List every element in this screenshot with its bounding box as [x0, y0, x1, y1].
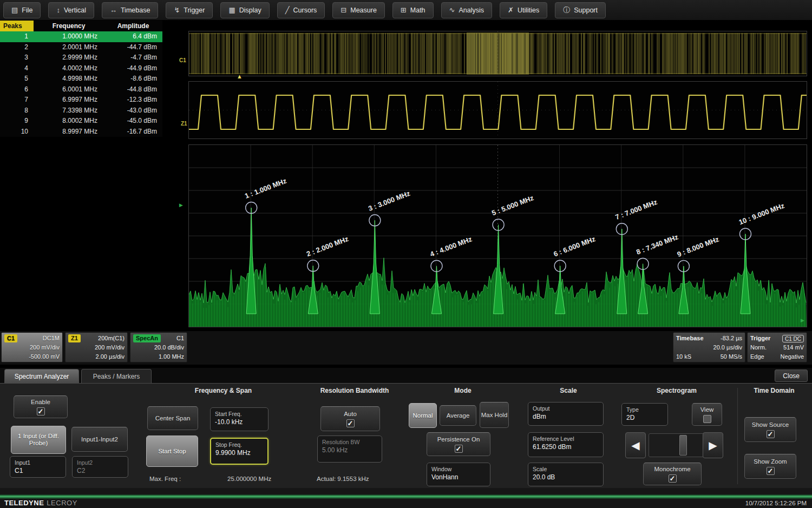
peak-marker-label-5: 5 : 5.000 MHz: [490, 194, 535, 217]
one-input-button[interactable]: 1 Input (or Diff. Probe): [11, 426, 66, 454]
input2-field[interactable]: Input2 C2: [72, 456, 128, 478]
peaks-table-row-5[interactable]: 54.9998 MHz-8.6 dBm: [0, 74, 162, 84]
scale-field[interactable]: Scale 20.0 dB: [528, 463, 604, 486]
window-field[interactable]: Window VonHann: [427, 463, 490, 486]
amplitude-header-cell: Amplitude: [104, 21, 162, 31]
show-zoom-checkbox[interactable]: ✓: [767, 467, 775, 475]
spectrogram-view-checkbox[interactable]: [703, 415, 711, 423]
show-source-button[interactable]: Show Source ✓: [744, 417, 796, 442]
section-divider: [737, 388, 738, 484]
menu-button-support[interactable]: ⓘSupport: [555, 2, 606, 18]
menu-label: Analysis: [459, 6, 484, 14]
analysis-icon: ∿: [449, 6, 455, 14]
menu-button-trigger[interactable]: ↯Trigger: [166, 2, 213, 18]
reference-level-field[interactable]: Reference Level 61.6250 dBm: [528, 432, 604, 457]
c1-descriptor[interactable]: C1DC1M 200 mV/div -500.00 mV: [1, 332, 63, 362]
close-button[interactable]: Close: [775, 370, 808, 382]
input1-field[interactable]: Input1 C1: [10, 456, 66, 478]
cell-num: 4: [0, 63, 34, 74]
show-zoom-button[interactable]: Show Zoom ✓: [744, 454, 796, 479]
spectrogram-type-label: Type: [626, 406, 663, 413]
arrow-right-icon: ▶: [709, 439, 717, 452]
cell-frequency: 2.0001 MHz: [34, 42, 104, 53]
peaks-table-row-4[interactable]: 44.0002 MHz-44.9 dBm: [0, 63, 162, 74]
trigger-type: Edge: [750, 352, 764, 361]
output-label: Output: [533, 405, 599, 412]
cell-num: 8: [0, 105, 34, 116]
stop-freq-field[interactable]: Stop Freq. 9.9900 MHz: [210, 438, 269, 465]
peaks-table-row-1[interactable]: 11.0000 MHz6.4 dBm: [0, 31, 162, 42]
enable-checkbox[interactable]: ✓: [37, 407, 45, 415]
cell-amplitude: -44.8 dBm: [104, 84, 162, 95]
spectrogram-scroll-left-button[interactable]: ◀: [625, 432, 646, 458]
rbw-auto-checkbox[interactable]: ✓: [346, 419, 355, 427]
trigger-title: Trigger: [750, 334, 770, 343]
peaks-table-row-2[interactable]: 22.0001 MHz-44.7 dBm: [0, 42, 162, 53]
peaks-table-row-3[interactable]: 32.9999 MHz-4.7 dBm: [0, 52, 162, 63]
output-field[interactable]: Output dBm: [528, 402, 604, 426]
center-span-button[interactable]: Center Span: [147, 406, 198, 430]
mode-max-hold-button[interactable]: Max Hold: [480, 402, 509, 428]
c1-waveform-strip[interactable]: [188, 31, 807, 76]
menu-button-utilities[interactable]: ✗Utilities: [500, 2, 547, 18]
menu-label: Math: [410, 6, 425, 14]
spectrogram-view-button[interactable]: View: [692, 403, 722, 426]
peaks-table-header: Peaks Frequency Amplitude: [0, 21, 162, 31]
spectrum-plot[interactable]: 1 : 1.000 MHz2 : 2.000 MHz3 : 3.000 MHz4…: [188, 144, 807, 327]
resolution-bw-field[interactable]: Resolution BW 5.00 kHz: [317, 436, 382, 463]
start-freq-field[interactable]: Start Freq. -10.0 kHz: [210, 407, 269, 431]
z1-descriptor[interactable]: Z1200m(C1) 200 mV/div 2.00 µs/div: [65, 332, 128, 362]
cell-num: 7: [0, 95, 34, 105]
trigger-source-badge: C1 DC: [782, 335, 804, 342]
zoom-position-marker-icon[interactable]: ▲: [237, 73, 243, 80]
menu-button-timebase[interactable]: ↔Timebase: [102, 2, 158, 18]
cell-frequency: 1.0000 MHz: [34, 31, 104, 42]
peak-marker-label-1: 1 : 1.000 MHz: [244, 176, 288, 200]
mode-normal-button[interactable]: Normal: [409, 403, 437, 428]
mode-average-button[interactable]: Average: [440, 405, 476, 426]
start-freq-label: Start Freq.: [215, 410, 264, 418]
menu-button-file[interactable]: ▤File: [3, 2, 41, 18]
output-value: dBm: [533, 412, 599, 421]
spectrogram-scroll-right-button[interactable]: ▶: [703, 432, 723, 458]
rbw-auto-button[interactable]: Auto ✓: [320, 406, 380, 431]
show-source-checkbox[interactable]: ✓: [767, 430, 775, 438]
spectrogram-slider-thumb[interactable]: [679, 435, 687, 456]
peak-marker-label-7: 7 : 7.000 MHz: [614, 198, 658, 221]
brand-secondary: LECROY: [47, 499, 77, 507]
timebase-descriptor[interactable]: Timebase-83.2 µs 20.0 µs/div 10 kS50 MS/…: [673, 332, 745, 362]
peaks-table-row-10[interactable]: 108.9997 MHz-16.7 dBm: [0, 127, 162, 137]
menu-button-vertical[interactable]: ↕Vertical: [48, 2, 94, 18]
rbw-actual-label: Actual: 9.1553 kHz: [317, 476, 369, 482]
specan-descriptor[interactable]: SpecAnC1 20.0 dB/div 1.00 MHz: [130, 332, 187, 362]
z1-zoom-strip[interactable]: [188, 81, 807, 139]
menu-button-measure[interactable]: ⊟Measure: [332, 2, 385, 18]
peaks-table-row-9[interactable]: 98.0002 MHz-45.0 dBm: [0, 116, 162, 127]
persistence-checkbox[interactable]: ✓: [455, 445, 463, 453]
menu-button-math[interactable]: ⊞Math: [392, 2, 434, 18]
peak-marker-label-4: 4 : 4.000 MHz: [429, 235, 473, 258]
peaks-table-row-6[interactable]: 66.0001 MHz-44.8 dBm: [0, 84, 162, 95]
persistence-on-button[interactable]: Persistence On ✓: [427, 432, 490, 456]
menu-button-display[interactable]: ▦Display: [220, 2, 269, 18]
cell-frequency: 8.0002 MHz: [34, 116, 104, 127]
utilities-icon: ✗: [508, 6, 514, 14]
start-stop-button[interactable]: Start Stop: [146, 436, 198, 467]
cursors-icon: ╱: [285, 6, 290, 14]
trigger-descriptor[interactable]: TriggerC1 DC Norm.514 mV EdgeNegative: [747, 332, 807, 362]
menu-button-analysis[interactable]: ∿Analysis: [441, 2, 492, 18]
trigger-level: 514 mV: [783, 343, 804, 352]
monochrome-checkbox[interactable]: ✓: [669, 474, 677, 483]
tab-spectrum-analyzer[interactable]: Spectrum Analyzer: [4, 369, 79, 383]
menu-bar: ▤File↕Vertical↔Timebase↯Trigger▦Display╱…: [0, 0, 812, 21]
resolution-bandwidth-title: Resolution Bandwidth: [306, 387, 403, 394]
input1-minus-input2-button[interactable]: Input1-Input2: [71, 427, 128, 452]
cell-frequency: 8.9997 MHz: [34, 127, 104, 137]
spectrogram-type-field[interactable]: Type 2D: [621, 403, 668, 426]
enable-button[interactable]: Enable ✓: [14, 395, 68, 418]
peaks-table-row-7[interactable]: 76.9997 MHz-12.3 dBm: [0, 95, 162, 105]
menu-button-cursors[interactable]: ╱Cursors: [277, 2, 325, 18]
monochrome-button[interactable]: Monochrome ✓: [643, 463, 702, 485]
peaks-table-row-8[interactable]: 87.3398 MHz-43.0 dBm: [0, 105, 162, 116]
tab-peaks-markers[interactable]: Peaks / Markers: [81, 369, 152, 383]
